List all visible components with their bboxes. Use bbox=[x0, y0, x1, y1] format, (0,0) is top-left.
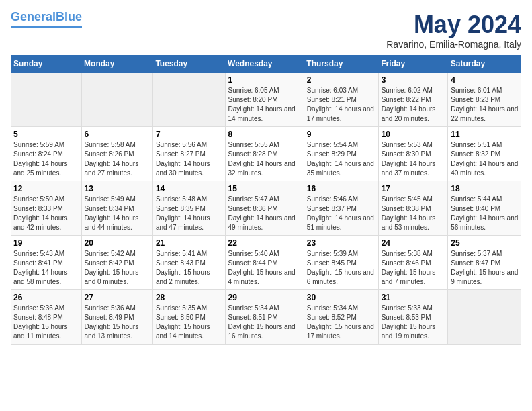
day-number: 29 bbox=[228, 293, 301, 302]
day-number: 16 bbox=[307, 184, 375, 193]
calendar-cell: 8Sunrise: 5:55 AMSunset: 8:28 PMDaylight… bbox=[225, 127, 304, 181]
header-day-friday: Friday bbox=[378, 55, 448, 73]
day-info: Sunrise: 5:34 AMSunset: 8:52 PMDaylight:… bbox=[307, 304, 374, 340]
calendar-cell: 20Sunrise: 5:42 AMSunset: 8:42 PMDayligh… bbox=[81, 236, 152, 290]
day-number: 7 bbox=[156, 130, 222, 139]
calendar-cell: 28Sunrise: 5:35 AMSunset: 8:50 PMDayligh… bbox=[152, 290, 225, 345]
calendar-cell: 22Sunrise: 5:40 AMSunset: 8:44 PMDayligh… bbox=[225, 236, 304, 290]
day-info: Sunrise: 5:55 AMSunset: 8:28 PMDaylight:… bbox=[228, 141, 296, 177]
calendar-cell: 5Sunrise: 5:59 AMSunset: 8:24 PMDaylight… bbox=[11, 127, 81, 181]
day-info: Sunrise: 5:49 AMSunset: 8:34 PMDaylight:… bbox=[85, 195, 139, 231]
day-number: 11 bbox=[451, 130, 519, 139]
calendar-body: 1Sunrise: 6:05 AMSunset: 8:20 PMDaylight… bbox=[11, 73, 521, 345]
day-number: 12 bbox=[13, 184, 79, 193]
day-number: 9 bbox=[307, 130, 375, 139]
calendar-cell: 27Sunrise: 5:36 AMSunset: 8:49 PMDayligh… bbox=[81, 290, 152, 345]
day-number: 28 bbox=[156, 293, 222, 302]
calendar-cell: 2Sunrise: 6:03 AMSunset: 8:21 PMDaylight… bbox=[304, 73, 378, 127]
logo-underline bbox=[11, 26, 82, 28]
calendar-cell: 9Sunrise: 5:54 AMSunset: 8:29 PMDaylight… bbox=[304, 127, 378, 181]
calendar-cell: 23Sunrise: 5:39 AMSunset: 8:45 PMDayligh… bbox=[304, 236, 378, 290]
day-number: 10 bbox=[382, 130, 445, 139]
calendar-cell: 16Sunrise: 5:46 AMSunset: 8:37 PMDayligh… bbox=[304, 181, 378, 236]
day-info: Sunrise: 5:37 AMSunset: 8:47 PMDaylight:… bbox=[451, 250, 518, 285]
day-number: 14 bbox=[156, 184, 222, 193]
main-title: May 2024 bbox=[386, 11, 521, 39]
day-info: Sunrise: 5:39 AMSunset: 8:45 PMDaylight:… bbox=[307, 250, 374, 285]
calendar-cell: 31Sunrise: 5:33 AMSunset: 8:53 PMDayligh… bbox=[378, 290, 448, 345]
header-day-monday: Monday bbox=[81, 55, 152, 73]
calendar-cell: 3Sunrise: 6:02 AMSunset: 8:22 PMDaylight… bbox=[378, 73, 448, 127]
calendar-cell bbox=[11, 73, 81, 127]
calendar-cell: 12Sunrise: 5:50 AMSunset: 8:33 PMDayligh… bbox=[11, 181, 81, 236]
subtitle: Ravarino, Emilia-Romagna, Italy bbox=[386, 39, 521, 50]
calendar-cell: 11Sunrise: 5:51 AMSunset: 8:32 PMDayligh… bbox=[448, 127, 521, 181]
calendar-cell: 30Sunrise: 5:34 AMSunset: 8:52 PMDayligh… bbox=[304, 290, 378, 345]
day-info: Sunrise: 5:33 AMSunset: 8:53 PMDaylight:… bbox=[382, 304, 436, 340]
calendar-cell bbox=[81, 73, 152, 127]
calendar-cell: 15Sunrise: 5:47 AMSunset: 8:36 PMDayligh… bbox=[225, 181, 304, 236]
calendar-cell: 26Sunrise: 5:36 AMSunset: 8:48 PMDayligh… bbox=[11, 290, 81, 345]
day-number: 31 bbox=[382, 293, 445, 302]
week-row-1: 5Sunrise: 5:59 AMSunset: 8:24 PMDaylight… bbox=[11, 127, 521, 181]
day-info: Sunrise: 5:36 AMSunset: 8:49 PMDaylight:… bbox=[85, 304, 139, 340]
calendar-table: SundayMondayTuesdayWednesdayThursdayFrid… bbox=[11, 55, 521, 345]
day-info: Sunrise: 5:38 AMSunset: 8:46 PMDaylight:… bbox=[382, 250, 436, 285]
header-day-thursday: Thursday bbox=[304, 55, 378, 73]
day-number: 2 bbox=[307, 75, 375, 85]
day-number: 20 bbox=[85, 238, 150, 248]
calendar-cell: 17Sunrise: 5:45 AMSunset: 8:38 PMDayligh… bbox=[378, 181, 448, 236]
calendar-cell: 24Sunrise: 5:38 AMSunset: 8:46 PMDayligh… bbox=[378, 236, 448, 290]
day-info: Sunrise: 5:44 AMSunset: 8:40 PMDaylight:… bbox=[451, 195, 518, 231]
calendar-header: SundayMondayTuesdayWednesdayThursdayFrid… bbox=[11, 55, 521, 73]
calendar-cell: 18Sunrise: 5:44 AMSunset: 8:40 PMDayligh… bbox=[448, 181, 521, 236]
day-info: Sunrise: 5:51 AMSunset: 8:32 PMDaylight:… bbox=[451, 141, 518, 177]
day-info: Sunrise: 5:36 AMSunset: 8:48 PMDaylight:… bbox=[13, 304, 68, 340]
logo-general: General bbox=[11, 10, 56, 24]
calendar-cell: 25Sunrise: 5:37 AMSunset: 8:47 PMDayligh… bbox=[448, 236, 521, 290]
day-number: 4 bbox=[451, 75, 519, 85]
calendar-cell: 29Sunrise: 5:34 AMSunset: 8:51 PMDayligh… bbox=[225, 290, 304, 345]
day-info: Sunrise: 5:59 AMSunset: 8:24 PMDaylight:… bbox=[13, 141, 68, 177]
day-info: Sunrise: 5:46 AMSunset: 8:37 PMDaylight:… bbox=[307, 195, 374, 231]
calendar-cell: 14Sunrise: 5:48 AMSunset: 8:35 PMDayligh… bbox=[152, 181, 225, 236]
header-day-tuesday: Tuesday bbox=[152, 55, 225, 73]
week-row-0: 1Sunrise: 6:05 AMSunset: 8:20 PMDaylight… bbox=[11, 73, 521, 127]
day-number: 23 bbox=[307, 238, 375, 248]
day-number: 15 bbox=[228, 184, 301, 193]
logo-blue: Blue bbox=[56, 10, 82, 24]
day-number: 6 bbox=[85, 130, 150, 139]
day-info: Sunrise: 5:40 AMSunset: 8:44 PMDaylight:… bbox=[228, 250, 296, 285]
day-number: 21 bbox=[156, 238, 222, 248]
day-info: Sunrise: 5:35 AMSunset: 8:50 PMDaylight:… bbox=[156, 304, 210, 340]
calendar-cell: 21Sunrise: 5:41 AMSunset: 8:43 PMDayligh… bbox=[152, 236, 225, 290]
day-number: 8 bbox=[228, 130, 301, 139]
calendar-cell: 6Sunrise: 5:58 AMSunset: 8:26 PMDaylight… bbox=[81, 127, 152, 181]
day-info: Sunrise: 6:01 AMSunset: 8:23 PMDaylight:… bbox=[451, 87, 518, 122]
week-row-4: 26Sunrise: 5:36 AMSunset: 8:48 PMDayligh… bbox=[11, 290, 521, 345]
day-info: Sunrise: 6:02 AMSunset: 8:22 PMDaylight:… bbox=[382, 87, 436, 122]
calendar-cell: 1Sunrise: 6:05 AMSunset: 8:20 PMDaylight… bbox=[225, 73, 304, 127]
calendar-cell bbox=[448, 290, 521, 345]
day-number: 27 bbox=[85, 293, 150, 302]
day-number: 26 bbox=[13, 293, 79, 302]
day-info: Sunrise: 5:53 AMSunset: 8:30 PMDaylight:… bbox=[382, 141, 436, 177]
week-row-3: 19Sunrise: 5:43 AMSunset: 8:41 PMDayligh… bbox=[11, 236, 521, 290]
calendar-cell: 4Sunrise: 6:01 AMSunset: 8:23 PMDaylight… bbox=[448, 73, 521, 127]
day-info: Sunrise: 6:05 AMSunset: 8:20 PMDaylight:… bbox=[228, 87, 296, 122]
day-info: Sunrise: 5:54 AMSunset: 8:29 PMDaylight:… bbox=[307, 141, 374, 177]
header-day-sunday: Sunday bbox=[11, 55, 81, 73]
day-number: 22 bbox=[228, 238, 301, 248]
header-day-wednesday: Wednesday bbox=[225, 55, 304, 73]
calendar-cell: 10Sunrise: 5:53 AMSunset: 8:30 PMDayligh… bbox=[378, 127, 448, 181]
day-number: 3 bbox=[382, 75, 445, 85]
calendar-cell bbox=[152, 73, 225, 127]
day-info: Sunrise: 5:45 AMSunset: 8:38 PMDaylight:… bbox=[382, 195, 436, 231]
day-info: Sunrise: 5:56 AMSunset: 8:27 PMDaylight:… bbox=[156, 141, 210, 177]
day-info: Sunrise: 6:03 AMSunset: 8:21 PMDaylight:… bbox=[307, 87, 374, 122]
calendar-cell: 19Sunrise: 5:43 AMSunset: 8:41 PMDayligh… bbox=[11, 236, 81, 290]
page-header: GeneralBlue May 2024 Ravarino, Emilia-Ro… bbox=[11, 11, 521, 50]
day-info: Sunrise: 5:58 AMSunset: 8:26 PMDaylight:… bbox=[85, 141, 139, 177]
day-number: 1 bbox=[228, 75, 301, 85]
header-row: SundayMondayTuesdayWednesdayThursdayFrid… bbox=[11, 55, 521, 73]
